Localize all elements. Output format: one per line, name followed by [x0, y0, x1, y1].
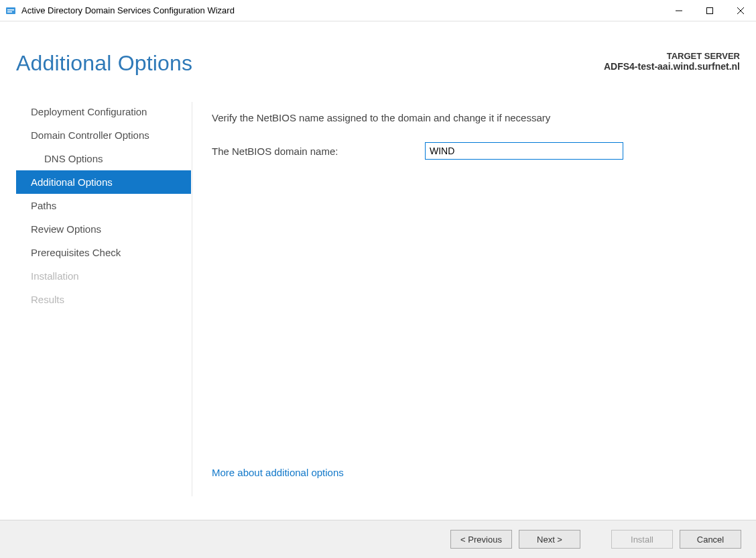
sidebar-item-prerequisites-check[interactable]: Prerequisites Check	[16, 241, 191, 264]
sidebar-item-label: Installation	[31, 270, 79, 282]
sidebar-item-review-options[interactable]: Review Options	[16, 217, 191, 241]
sidebar-item-label: Additional Options	[31, 176, 113, 188]
sidebar-item-label: DNS Options	[44, 153, 103, 164]
cancel-button[interactable]: Cancel	[680, 530, 741, 549]
sidebar-item-deployment-configuration[interactable]: Deployment Configuration	[16, 100, 191, 123]
sidebar: Deployment ConfigurationDomain Controlle…	[0, 100, 192, 492]
svg-rect-4	[707, 7, 713, 13]
instruction-text: Verify the NetBIOS name assigned to the …	[212, 112, 736, 123]
more-about-link[interactable]: More about additional options	[212, 467, 736, 478]
window-controls	[664, 0, 756, 21]
body: Deployment ConfigurationDomain Controlle…	[0, 76, 756, 492]
maximize-button[interactable]	[694, 0, 725, 21]
sidebar-item-results: Results	[16, 288, 191, 311]
install-button[interactable]: Install	[611, 530, 673, 549]
sidebar-item-label: Results	[31, 294, 64, 305]
app-icon	[5, 5, 16, 16]
netbios-domain-input[interactable]	[425, 142, 623, 160]
header: Additional Options TARGET SERVER ADFS4-t…	[0, 21, 756, 76]
sidebar-item-label: Prerequisites Check	[31, 247, 121, 258]
sidebar-item-label: Review Options	[31, 223, 101, 235]
previous-button[interactable]: < Previous	[450, 530, 512, 549]
svg-rect-2	[7, 11, 12, 13]
sidebar-item-paths[interactable]: Paths	[16, 194, 191, 217]
target-server-block: TARGET SERVER ADFS4-test-aai.wind.surfne…	[604, 51, 740, 72]
footer-bar: < Previous Next > Install Cancel	[0, 520, 756, 558]
sidebar-item-additional-options[interactable]: Additional Options	[16, 170, 191, 194]
netbios-field-row: The NetBIOS domain name:	[212, 142, 736, 160]
minimize-button[interactable]	[664, 0, 694, 21]
netbios-field-label: The NetBIOS domain name:	[212, 146, 425, 157]
main-panel: Verify the NetBIOS name assigned to the …	[192, 100, 756, 492]
next-button[interactable]: Next >	[519, 530, 580, 549]
target-server-value: ADFS4-test-aai.wind.surfnet.nl	[604, 61, 740, 72]
window-title: Active Directory Domain Services Configu…	[21, 5, 664, 15]
sidebar-item-domain-controller-options[interactable]: Domain Controller Options	[16, 123, 191, 147]
titlebar: Active Directory Domain Services Configu…	[0, 0, 756, 21]
sidebar-item-installation: Installation	[16, 264, 191, 288]
sidebar-item-dns-options[interactable]: DNS Options	[16, 147, 191, 170]
sidebar-item-label: Paths	[31, 200, 56, 211]
footer-spacer	[587, 530, 605, 549]
page-title: Additional Options	[16, 51, 192, 76]
target-server-label: TARGET SERVER	[604, 51, 740, 61]
sidebar-item-label: Domain Controller Options	[31, 129, 149, 141]
svg-rect-1	[7, 9, 14, 11]
svg-rect-0	[6, 7, 15, 14]
close-button[interactable]	[725, 0, 756, 21]
sidebar-item-label: Deployment Configuration	[31, 106, 147, 117]
